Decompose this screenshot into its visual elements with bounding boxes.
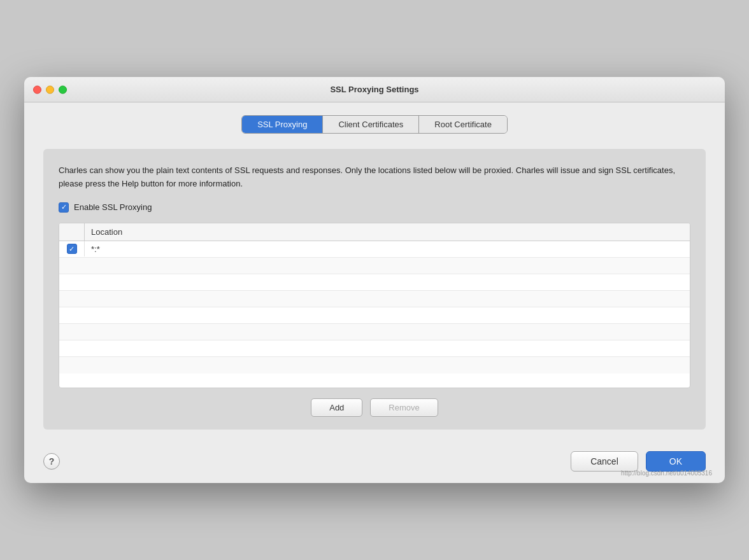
table-row-empty-6 bbox=[59, 340, 690, 357]
table-row-empty-2 bbox=[59, 274, 690, 291]
table-row-empty-7 bbox=[59, 357, 690, 374]
table-row-empty-3 bbox=[59, 291, 690, 307]
table-header-location: Location bbox=[85, 223, 129, 241]
watermark: http://blog.csdn.net/u014005316 bbox=[621, 470, 712, 477]
table-row-location: *:* bbox=[85, 242, 106, 256]
table-row-empty-1 bbox=[59, 258, 690, 274]
footer: ? Cancel OK http://blog.csdn.net/u014005… bbox=[24, 442, 725, 483]
window-body: SSL Proxying Client Certificates Root Ce… bbox=[24, 102, 725, 442]
tabs-container: SSL Proxying Client Certificates Root Ce… bbox=[43, 115, 706, 134]
ssl-proxying-settings-window: SSL Proxying Settings SSL Proxying Clien… bbox=[24, 77, 725, 483]
tab-client-certificates[interactable]: Client Certificates bbox=[323, 116, 419, 133]
add-button[interactable]: Add bbox=[311, 398, 362, 417]
table-header: Location bbox=[59, 223, 690, 241]
enable-ssl-proxying-row: ✓ Enable SSL Proxying bbox=[59, 202, 690, 213]
remove-button[interactable]: Remove bbox=[370, 398, 438, 417]
description-text: Charles can show you the plain text cont… bbox=[59, 164, 690, 191]
maximize-button[interactable] bbox=[59, 85, 67, 94]
row-checkbox[interactable]: ✓ bbox=[67, 244, 77, 254]
table-row-empty-4 bbox=[59, 307, 690, 324]
enable-ssl-checkbox[interactable]: ✓ bbox=[59, 202, 69, 213]
table-body: ✓ *:* bbox=[59, 241, 690, 388]
tab-ssl-proxying[interactable]: SSL Proxying bbox=[242, 116, 323, 133]
table-row-checkbox-col: ✓ bbox=[59, 241, 85, 256]
row-checkmark-icon: ✓ bbox=[69, 245, 75, 253]
cancel-button[interactable]: Cancel bbox=[571, 451, 638, 472]
minimize-button[interactable] bbox=[46, 85, 54, 94]
table-header-checkbox-col bbox=[59, 223, 85, 241]
table-row-empty-5 bbox=[59, 324, 690, 340]
traffic-lights bbox=[33, 85, 67, 94]
enable-ssl-label: Enable SSL Proxying bbox=[74, 202, 152, 212]
checkmark-icon: ✓ bbox=[61, 204, 67, 211]
titlebar: SSL Proxying Settings bbox=[24, 77, 725, 102]
close-button[interactable] bbox=[33, 85, 41, 94]
tab-root-certificate[interactable]: Root Certificate bbox=[419, 116, 507, 133]
table-actions: Add Remove bbox=[59, 398, 690, 417]
content-panel: Charles can show you the plain text cont… bbox=[43, 149, 706, 430]
help-button[interactable]: ? bbox=[43, 453, 60, 470]
table-row[interactable]: ✓ *:* bbox=[59, 241, 690, 258]
locations-table: Location ✓ *:* bbox=[59, 223, 690, 388]
ok-button[interactable]: OK bbox=[646, 451, 706, 472]
tabs: SSL Proxying Client Certificates Root Ce… bbox=[241, 115, 508, 134]
footer-right: Cancel OK bbox=[571, 451, 706, 472]
window-title: SSL Proxying Settings bbox=[330, 85, 418, 94]
